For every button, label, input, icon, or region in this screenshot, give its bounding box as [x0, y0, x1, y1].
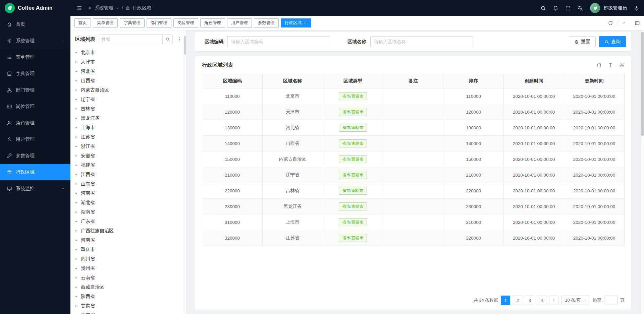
tab[interactable]: 首页	[74, 18, 91, 27]
tab[interactable]: 行政区域	[281, 18, 311, 27]
tab[interactable]: 部门管理	[147, 18, 171, 27]
caret-right-icon[interactable]	[74, 79, 78, 82]
tree-scrollbar-thumb[interactable]	[184, 36, 186, 55]
sidebar-subitem[interactable]: 参数管理	[0, 147, 70, 164]
caret-right-icon[interactable]	[74, 276, 78, 279]
caret-right-icon[interactable]	[74, 117, 78, 120]
tree-item[interactable]: 天津市	[74, 57, 186, 67]
user-name[interactable]: 超级管理员	[603, 5, 627, 11]
tree-item[interactable]: 云南省	[74, 273, 186, 282]
tab[interactable]: 字典管理	[120, 18, 145, 27]
tree-item[interactable]: 西藏自治区	[74, 282, 186, 292]
tree-item[interactable]: 重庆市	[74, 245, 186, 254]
tree-item[interactable]: 湖北省	[74, 198, 186, 207]
tree-item[interactable]: 上海市	[74, 123, 186, 132]
tree-item[interactable]: 福建省	[74, 161, 186, 170]
caret-right-icon[interactable]	[74, 70, 78, 73]
caret-right-icon[interactable]	[74, 88, 78, 92]
tree-item[interactable]: 甘肃省	[74, 301, 186, 311]
tree-item[interactable]: 陕西省	[74, 292, 186, 301]
caret-right-icon[interactable]	[74, 210, 78, 214]
query-button[interactable]: 查询	[599, 36, 626, 47]
search-icon[interactable]	[540, 5, 546, 11]
caret-right-icon[interactable]	[74, 239, 78, 242]
tree-item[interactable]: 吉林省	[74, 104, 186, 114]
tree-item[interactable]: 广西壮族自治区	[74, 226, 186, 236]
bell-icon[interactable]	[553, 5, 558, 11]
next-page-button[interactable]	[549, 296, 558, 305]
page-scrollbar[interactable]	[641, 30, 644, 314]
caret-right-icon[interactable]	[74, 267, 78, 270]
page-scrollbar-thumb[interactable]	[641, 32, 644, 136]
sidebar-subitem[interactable]: 字典管理	[0, 65, 70, 82]
jump-page-input[interactable]	[604, 296, 618, 305]
refresh-icon[interactable]	[596, 63, 602, 68]
sidebar-group-monitor[interactable]: 系统监控	[0, 180, 70, 197]
caret-right-icon[interactable]	[74, 135, 78, 139]
caret-right-icon[interactable]	[74, 257, 78, 261]
region-name-input[interactable]	[370, 36, 473, 47]
page-size-select[interactable]: 10 条/页	[561, 296, 590, 305]
language-icon[interactable]	[578, 5, 583, 11]
tree-item[interactable]: 江西省	[74, 170, 186, 179]
caret-right-icon[interactable]	[74, 164, 78, 167]
tree-search-input[interactable]	[99, 37, 162, 42]
caret-right-icon[interactable]	[74, 51, 78, 54]
chevron-down-icon[interactable]	[622, 21, 626, 25]
sidebar-subitem[interactable]: 部门管理	[0, 82, 70, 98]
app-logo[interactable]: Coffee Admin	[0, 0, 70, 16]
tree-item[interactable]: 江苏省	[74, 132, 186, 142]
tree-item[interactable]: 黑龙江省	[74, 114, 186, 123]
tree-item[interactable]: 山东省	[74, 179, 186, 189]
sidebar-subitem[interactable]: 菜单管理	[0, 49, 70, 65]
caret-right-icon[interactable]	[74, 229, 78, 233]
reset-button[interactable]: 重置	[569, 36, 596, 47]
tab[interactable]: 菜单管理	[93, 18, 118, 27]
fullscreen-icon[interactable]	[565, 5, 571, 11]
tab[interactable]: 参数管理	[254, 18, 279, 27]
tree-item[interactable]: 青海省	[74, 311, 186, 314]
caret-right-icon[interactable]	[74, 295, 78, 298]
tree-item[interactable]: 内蒙古自治区	[74, 85, 186, 95]
settings-gear-icon[interactable]	[634, 5, 639, 11]
tree-scrollbar[interactable]	[183, 30, 186, 314]
caret-right-icon[interactable]	[74, 182, 78, 186]
caret-right-icon[interactable]	[74, 286, 78, 289]
sidebar-subitem[interactable]: 行政区域	[0, 164, 70, 180]
tree-item[interactable]: 河南省	[74, 189, 186, 198]
tree-item[interactable]: 辽宁省	[74, 95, 186, 104]
column-settings-gear-icon[interactable]	[619, 63, 625, 68]
layout-icon[interactable]	[635, 20, 640, 26]
page-button[interactable]: 4	[537, 296, 546, 305]
sidebar-group-system[interactable]: 系统管理	[0, 33, 70, 49]
tree-search-button[interactable]	[162, 35, 172, 44]
tree-item[interactable]: 海南省	[74, 236, 186, 245]
caret-right-icon[interactable]	[74, 145, 78, 148]
sidebar-item-home[interactable]: 首页	[0, 16, 70, 33]
region-code-input[interactable]	[227, 36, 330, 47]
caret-right-icon[interactable]	[74, 126, 78, 129]
sidebar-subitem[interactable]: 用户管理	[0, 131, 70, 147]
caret-right-icon[interactable]	[74, 201, 78, 204]
caret-right-icon[interactable]	[74, 220, 78, 223]
tree-menu-button[interactable]	[176, 37, 182, 42]
tree-item[interactable]: 安徽省	[74, 151, 186, 161]
caret-right-icon[interactable]	[74, 60, 78, 64]
tree-item[interactable]: 四川省	[74, 254, 186, 264]
avatar[interactable]	[590, 3, 600, 13]
tree-item[interactable]: 北京市	[74, 48, 186, 57]
tree-item[interactable]: 湖南省	[74, 207, 186, 217]
refresh-icon[interactable]	[608, 20, 613, 26]
tab[interactable]: 用户管理	[227, 18, 252, 27]
breadcrumb-section[interactable]: 系统管理	[95, 5, 113, 11]
sidebar-subitem[interactable]: 岗位管理	[0, 98, 70, 115]
tab-close-icon[interactable]	[304, 21, 307, 25]
caret-right-icon[interactable]	[74, 192, 78, 195]
tree-item[interactable]: 浙江省	[74, 142, 186, 151]
tree-item[interactable]: 山西省	[74, 76, 186, 85]
column-height-icon[interactable]	[608, 63, 613, 68]
tree-item[interactable]: 广东省	[74, 217, 186, 226]
tab[interactable]: 角色管理	[200, 18, 225, 27]
menu-fold-icon[interactable]	[76, 5, 82, 11]
sidebar-subitem[interactable]: 角色管理	[0, 115, 70, 131]
